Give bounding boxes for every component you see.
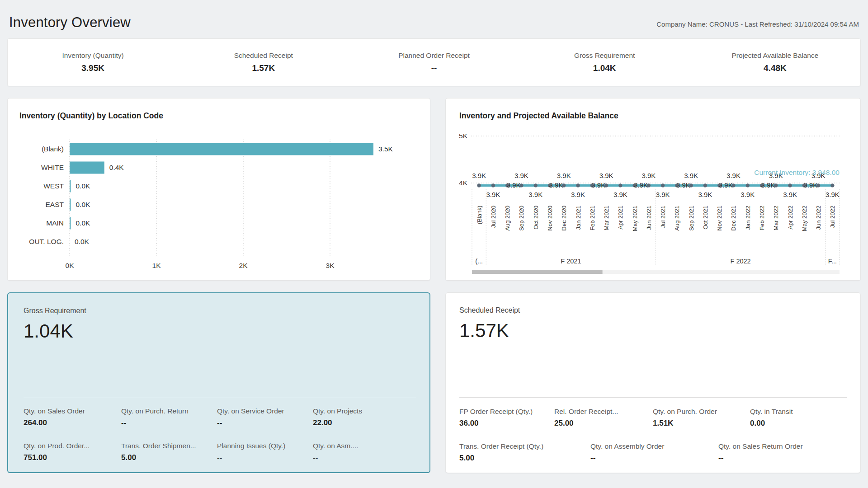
month-label: May 2022: [801, 206, 808, 231]
point-value-label: 3.9K: [514, 172, 528, 179]
gross-requirement-card[interactable]: Gross Requirement 1.04K Qty. on Sales Or…: [7, 292, 430, 473]
line-point[interactable]: [491, 183, 495, 187]
charts-row: Inventory (Quantity) by Location Code 0K…: [7, 98, 861, 281]
line-point[interactable]: [477, 183, 481, 187]
metric-qty-on-asm: Qty. on Asm.... --: [313, 442, 416, 462]
bar[interactable]: [70, 143, 373, 155]
kpi-label: Gross Requirement: [519, 52, 690, 60]
line-point[interactable]: [534, 183, 538, 187]
dashboard: Inventory Overview Company Name: CRONUS …: [0, 0, 868, 473]
point-value-label: 3.9K: [826, 191, 840, 198]
point-value-label: 3.9K: [528, 191, 542, 198]
month-label: Dec 2021: [730, 206, 737, 231]
line-point[interactable]: [746, 183, 750, 187]
line-point[interactable]: [703, 183, 707, 187]
month-label: Oct 2021: [702, 206, 709, 230]
line-point[interactable]: [576, 183, 580, 187]
point-value-label: 3.9K: [599, 172, 613, 179]
metric-qty-on-projects: Qty. on Projects 22.00: [313, 407, 416, 427]
card-value: 1.04K: [24, 320, 416, 342]
line-point[interactable]: [689, 183, 693, 187]
kpi-inventory-quantity[interactable]: Inventory (Quantity) 3.95K: [8, 52, 178, 73]
header: Inventory Overview Company Name: CRONUS …: [7, 5, 861, 31]
metric-qty-on-prod-order: Qty. on Prod. Order... 751.00: [24, 442, 121, 462]
month-label: Jun 2021: [646, 206, 652, 230]
bar[interactable]: [70, 217, 71, 230]
point-value-label: 3.9K: [761, 181, 775, 189]
month-label: Jan 2021: [575, 206, 582, 230]
group-label: F...: [828, 258, 837, 265]
line-point[interactable]: [519, 183, 523, 187]
point-value-label: 3.9K: [472, 172, 486, 179]
kpi-scheduled-receipt[interactable]: Scheduled Receipt 1.57K: [178, 52, 349, 73]
kpi-value: 1.57K: [178, 63, 349, 73]
line-chart-panel[interactable]: Inventory and Projected Available Balanc…: [445, 98, 861, 281]
point-value-label: 3.9K: [642, 172, 656, 179]
point-value-label: 3.9K: [726, 172, 741, 179]
bar-value-label: 0.0K: [76, 182, 91, 190]
metric-qty-in-transit: Qty. in Transit 0.00: [750, 408, 847, 428]
bar[interactable]: [70, 180, 71, 192]
chart-scrollbar-thumb[interactable]: [472, 270, 603, 274]
point-value-label: 3.9K: [741, 191, 755, 198]
line-point[interactable]: [562, 183, 566, 187]
month-label: Jul 2022: [829, 206, 836, 228]
bar-chart-svg[interactable]: 0K1K2K3K(Blank)3.5KWHITE0.4KWEST0.0KEAST…: [19, 125, 419, 274]
line-point[interactable]: [731, 183, 735, 187]
page-title: Inventory Overview: [9, 14, 131, 31]
metric-qty-on-sales-return-order: Qty. on Sales Return Order --: [718, 442, 847, 463]
month-label: Sep 2021: [688, 206, 695, 231]
line-point[interactable]: [816, 183, 820, 187]
month-label: Aug 2020: [504, 206, 511, 231]
kpi-gross-requirement[interactable]: Gross Requirement 1.04K: [519, 52, 690, 73]
bar-chart-title: Inventory (Quantity) by Location Code: [19, 111, 418, 121]
metric-fp-order-receipt: FP Order Receipt (Qty.) 36.00: [459, 408, 554, 428]
cards-row: Gross Requirement 1.04K Qty. on Sales Or…: [7, 292, 861, 473]
line-point[interactable]: [774, 183, 778, 187]
month-label: Aug 2021: [674, 206, 680, 231]
point-value-label: 3.9K: [698, 191, 712, 198]
kpi-value: 3.95K: [8, 63, 178, 73]
line-point[interactable]: [604, 183, 608, 187]
point-value-label: 3.9K: [613, 191, 627, 198]
bar-value-label: 0.4K: [109, 164, 124, 171]
month-label: (Blank): [476, 206, 483, 224]
card-value: 1.57K: [459, 320, 847, 342]
month-label: Nov 2021: [716, 206, 723, 231]
bar[interactable]: [70, 199, 71, 211]
metric-planning-issues: Planning Issues (Qty.) --: [217, 442, 313, 462]
kpi-value: --: [349, 63, 519, 73]
line-point[interactable]: [618, 183, 622, 187]
metric-qty-on-purch-return: Qty. on Purch. Return --: [121, 407, 217, 427]
bar-category-label: WHITE: [41, 164, 64, 171]
month-label: Sep 2020: [518, 206, 525, 231]
current-inventory-annotation: Current Inventory: 3,948.00: [754, 169, 840, 176]
scheduled-receipt-card[interactable]: Scheduled Receipt 1.57K FP Order Receipt…: [445, 292, 861, 473]
kpi-label: Scheduled Receipt: [178, 52, 349, 60]
gross-metrics-row2: Qty. on Prod. Order... 751.00 Trans. Ord…: [24, 442, 416, 462]
metric-qty-on-assembly-order: Qty. on Assembly Order --: [590, 442, 718, 463]
group-label: F 2021: [561, 258, 581, 265]
kpi-planned-order-receipt[interactable]: Planned Order Receipt --: [349, 52, 519, 73]
bar-chart-panel[interactable]: Inventory (Quantity) by Location Code 0K…: [7, 98, 430, 281]
sched-metrics-row1: FP Order Receipt (Qty.) 36.00 Rel. Order…: [459, 408, 847, 428]
line-chart-svg[interactable]: 5K4K3.9K(Blank)3.9KJul 20203.9KAug 20203…: [459, 125, 848, 276]
kpi-value: 4.48K: [690, 63, 860, 73]
point-value-label: 3.9K: [676, 181, 690, 189]
kpi-label: Inventory (Quantity): [8, 52, 178, 60]
card-title: Gross Requirement: [24, 307, 416, 315]
kpi-projected-available-balance[interactable]: Projected Available Balance 4.48K: [690, 52, 860, 73]
bar-category-label: OUT. LOG.: [29, 238, 64, 245]
month-label: Apr 2021: [617, 206, 624, 230]
line-point[interactable]: [647, 183, 651, 187]
point-value-label: 3.9K: [803, 181, 817, 189]
line-point[interactable]: [830, 183, 834, 187]
metric-qty-on-purch-order: Qty. on Purch. Order 1.51K: [653, 408, 750, 428]
y-axis-tick: 5K: [459, 132, 468, 140]
bar-value-label: 0.0K: [76, 201, 91, 208]
bar[interactable]: [70, 162, 104, 174]
month-label: Jul 2021: [660, 206, 666, 228]
line-point[interactable]: [788, 183, 792, 187]
point-value-label: 3.9K: [571, 191, 585, 198]
line-point[interactable]: [661, 183, 665, 187]
